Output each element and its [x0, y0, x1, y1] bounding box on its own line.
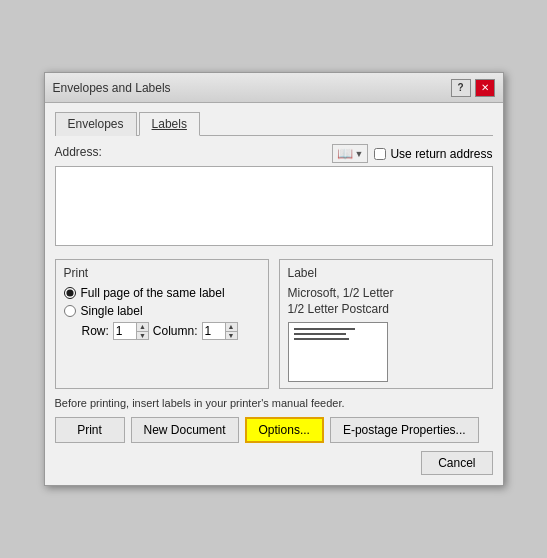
row-label: Row:: [82, 324, 109, 338]
row-col-row: Row: ▲ ▼ Column: ▲ ▼: [64, 322, 260, 340]
cancel-button[interactable]: Cancel: [421, 451, 492, 475]
bottom-section: Print Full page of the same label Single…: [55, 259, 493, 389]
address-textarea-wrapper: [55, 166, 493, 249]
print-button[interactable]: Print: [55, 417, 125, 443]
column-spin-up[interactable]: ▲: [226, 323, 237, 332]
label-section: Label Microsoft, 1/2 Letter 1/2 Letter P…: [279, 259, 493, 389]
dialog-body: Envelopes Labels Address: 📖 ▼ Use return…: [45, 103, 503, 485]
action-buttons: Print New Document Options... E-postage …: [55, 417, 493, 443]
row-spin-arrows: ▲ ▼: [136, 323, 148, 339]
bottom-right: Cancel: [55, 451, 493, 475]
title-bar: Envelopes and Labels ? ✕: [45, 73, 503, 103]
tab-envelopes[interactable]: Envelopes: [55, 112, 137, 136]
dropdown-arrow-icon: ▼: [355, 149, 364, 159]
help-button[interactable]: ?: [451, 79, 471, 97]
row-spin[interactable]: ▲ ▼: [113, 322, 149, 340]
row-input[interactable]: [114, 324, 138, 338]
label-name: Microsoft, 1/2 Letter: [288, 286, 484, 300]
single-label-radio-option[interactable]: Single label: [64, 304, 260, 318]
address-controls: 📖 ▼ Use return address: [332, 144, 493, 163]
full-page-label: Full page of the same label: [81, 286, 225, 300]
new-document-button[interactable]: New Document: [131, 417, 239, 443]
column-spin-arrows: ▲ ▼: [225, 323, 237, 339]
print-section: Print Full page of the same label Single…: [55, 259, 269, 389]
full-page-radio[interactable]: [64, 287, 76, 299]
column-spin[interactable]: ▲ ▼: [202, 322, 238, 340]
tab-labels[interactable]: Labels: [139, 112, 200, 136]
label-line-1: [294, 328, 356, 330]
options-button[interactable]: Options...: [245, 417, 324, 443]
title-bar-left: Envelopes and Labels: [53, 81, 171, 95]
envelopes-labels-dialog: Envelopes and Labels ? ✕ Envelopes Label…: [44, 72, 504, 486]
address-book-button[interactable]: 📖 ▼: [332, 144, 369, 163]
dialog-title: Envelopes and Labels: [53, 81, 171, 95]
e-postage-button[interactable]: E-postage Properties...: [330, 417, 479, 443]
info-text: Before printing, insert labels in your p…: [55, 397, 493, 409]
book-icon: 📖: [337, 146, 353, 161]
use-return-address-checkbox[interactable]: [374, 148, 386, 160]
label-size: 1/2 Letter Postcard: [288, 302, 484, 316]
row-spin-down[interactable]: ▼: [137, 332, 148, 340]
row-spin-up[interactable]: ▲: [137, 323, 148, 332]
column-label: Column:: [153, 324, 198, 338]
single-label-label: Single label: [81, 304, 143, 318]
label-preview: [288, 322, 388, 382]
single-label-radio[interactable]: [64, 305, 76, 317]
label-section-header: Label: [288, 266, 484, 280]
column-input[interactable]: [203, 324, 227, 338]
label-line-3: [294, 338, 349, 340]
column-spin-down[interactable]: ▼: [226, 332, 237, 340]
use-return-address-label[interactable]: Use return address: [374, 147, 492, 161]
address-textarea[interactable]: [55, 166, 493, 246]
print-section-header: Print: [64, 266, 260, 280]
address-label: Address:: [55, 145, 102, 159]
label-line-2: [294, 333, 346, 335]
title-bar-controls: ? ✕: [451, 79, 495, 97]
close-button[interactable]: ✕: [475, 79, 495, 97]
address-row: Address: 📖 ▼ Use return address: [55, 144, 493, 163]
tab-bar: Envelopes Labels: [55, 111, 493, 136]
full-page-radio-option[interactable]: Full page of the same label: [64, 286, 260, 300]
label-lines: [294, 328, 356, 340]
